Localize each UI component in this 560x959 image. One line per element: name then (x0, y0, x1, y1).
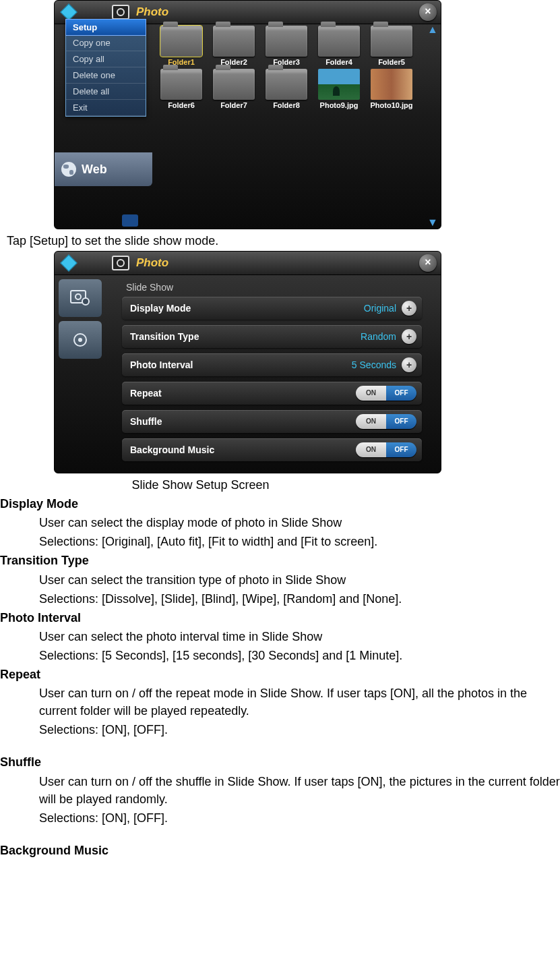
toggle-switch[interactable]: ON OFF (356, 414, 416, 429)
photo-browser-screenshot: Photo × Setup Copy one Copy all Delete o… (54, 0, 441, 229)
display-mode-row[interactable]: Display Mode Original + (122, 297, 422, 320)
menu-setup[interactable]: Setup (65, 19, 146, 36)
app-title: Photo (136, 5, 168, 19)
folder-icon (318, 26, 360, 57)
plus-button[interactable]: + (402, 357, 416, 372)
folder-item[interactable]: Folder1 (156, 26, 207, 66)
menu-delete-one[interactable]: Delete one (66, 67, 146, 84)
folder-item[interactable]: Folder7 (208, 69, 259, 109)
setting-value: Random (361, 331, 396, 342)
setting-label: Shuffle (130, 416, 356, 427)
heading-display-mode: Display Mode (0, 495, 560, 513)
setting-label: Background Music (130, 444, 356, 455)
folder-icon (266, 26, 307, 57)
menu-delete-all[interactable]: Delete all (66, 84, 146, 100)
text: Selections: [ON], [OFF]. (39, 809, 560, 827)
scroll-bar: ▲ ▼ (426, 24, 439, 228)
setting-label: Photo Interval (130, 359, 352, 370)
photo-thumbnail (371, 69, 412, 100)
general-settings-tab[interactable] (59, 321, 102, 359)
section-header: Slide Show (126, 282, 422, 293)
folder-item[interactable]: Folder2 (208, 26, 259, 66)
photo-settings-tab[interactable] (59, 279, 102, 317)
image-gear-icon (70, 290, 90, 306)
folder-icon (371, 26, 412, 57)
caption-2: Slide Show Setup Screen (7, 476, 394, 494)
folder-icon (160, 26, 202, 57)
text: User can select the transition type of p… (39, 571, 560, 589)
web-tab-label: Web (82, 163, 107, 177)
folder-icon (213, 26, 255, 57)
text: Selections: [5 Seconds], [15 seconds], [… (39, 647, 560, 664)
close-button[interactable]: × (419, 3, 437, 21)
web-tab[interactable]: Web (55, 152, 152, 186)
setting-value: Original (364, 303, 396, 314)
setting-label: Transition Type (130, 331, 361, 342)
folder-item[interactable]: Folder4 (313, 26, 365, 66)
text: User can select the display mode of phot… (39, 514, 560, 531)
plus-button[interactable]: + (402, 301, 416, 316)
heading-shuffle: Shuffle (0, 753, 560, 771)
svg-point-2 (82, 298, 89, 305)
close-button[interactable]: × (419, 254, 437, 272)
text: Selections: [Dissolve], [Slide], [Blind]… (39, 590, 560, 608)
repeat-row[interactable]: Repeat ON OFF (122, 382, 422, 405)
setting-label: Repeat (130, 388, 356, 399)
document-body: Slide Show Setup Screen Display Mode Use… (0, 476, 560, 859)
photo-interval-row[interactable]: Photo Interval 5 Seconds + (122, 353, 422, 376)
heading-transition-type: Transition Type (0, 552, 560, 569)
slideshow-setup-screenshot: Photo × Slide Show Display Mode Original… (54, 251, 441, 473)
folder-icon (266, 69, 307, 100)
app-title: Photo (136, 256, 168, 270)
context-menu: Setup Copy one Copy all Delete one Delet… (65, 19, 146, 117)
toggle-switch[interactable]: ON OFF (356, 442, 416, 457)
folder-item[interactable]: Folder5 (366, 26, 417, 66)
menu-copy-all[interactable]: Copy all (66, 51, 146, 67)
photo-icon (112, 5, 129, 20)
heading-photo-interval: Photo Interval (0, 609, 560, 627)
folder-icon (160, 69, 202, 100)
setup-sidebar (55, 275, 108, 359)
svg-point-1 (75, 294, 81, 299)
toggle-switch[interactable]: ON OFF (356, 386, 416, 401)
settings-list: Slide Show Display Mode Original + Trans… (122, 282, 422, 461)
shuffle-row[interactable]: Shuffle ON OFF (122, 410, 422, 433)
app-logo-icon (63, 257, 75, 269)
photo-thumbnail (318, 69, 360, 100)
photo-item[interactable]: Photo10.jpg (366, 69, 417, 109)
background-music-row[interactable]: Background Music ON OFF (122, 438, 422, 461)
menu-exit[interactable]: Exit (66, 100, 146, 116)
bottom-control-icon[interactable] (122, 214, 138, 227)
title-bar: Photo × (55, 252, 441, 275)
menu-copy-one[interactable]: Copy one (66, 35, 146, 51)
text: Selections: [Original], [Auto fit], [Fit… (39, 533, 560, 550)
scroll-down-icon[interactable]: ▼ (427, 217, 438, 228)
setting-label: Display Mode (130, 303, 364, 314)
text: Selections: [ON], [OFF]. (39, 721, 560, 738)
folder-grid: Folder1 Folder2 Folder3 Folder4 Folder5 … (156, 26, 425, 109)
heading-background-music: Background Music (0, 842, 560, 859)
folder-item[interactable]: Folder3 (261, 26, 312, 66)
folder-item[interactable]: Folder6 (156, 69, 207, 109)
text: User can select the photo interval time … (39, 628, 560, 645)
scroll-up-icon[interactable]: ▲ (427, 24, 438, 35)
transition-type-row[interactable]: Transition Type Random + (122, 325, 422, 348)
heading-repeat: Repeat (0, 666, 560, 683)
app-logo-icon (63, 6, 75, 18)
text: User can turn on / off the repeat mode i… (39, 685, 560, 720)
setting-value: 5 Seconds (352, 359, 396, 370)
gear-icon (71, 331, 89, 349)
svg-point-4 (78, 338, 82, 342)
photo-icon (112, 256, 129, 270)
folder-item[interactable]: Folder8 (261, 69, 312, 109)
plus-button[interactable]: + (402, 329, 416, 344)
text: User can turn on / off the shuffle in Sl… (39, 773, 560, 808)
caption-1: Tap [Setup] to set the slide show mode. (7, 232, 560, 250)
globe-icon (61, 162, 76, 177)
photo-item[interactable]: Photo9.jpg (313, 69, 365, 109)
folder-icon (213, 69, 255, 100)
